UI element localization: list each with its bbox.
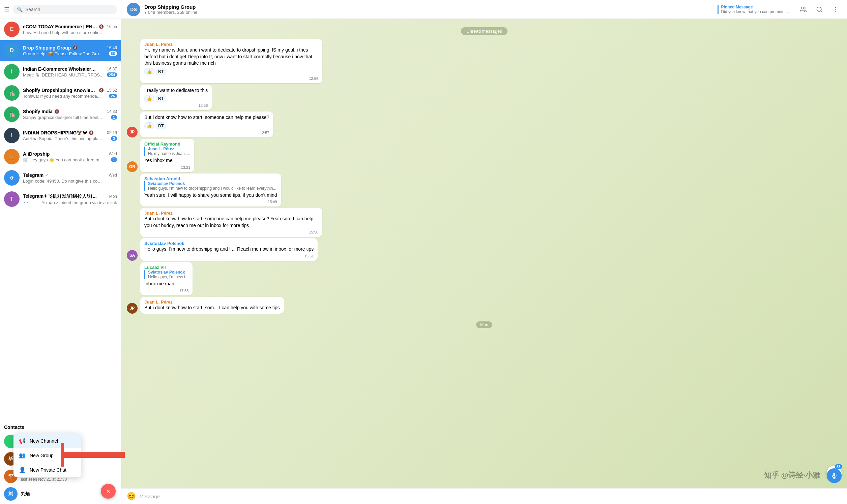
fab-close-button[interactable]: × [101, 484, 116, 499]
contacts-title: Contacts [4, 425, 117, 430]
chat-info-shopify-drop: Shopify Dropshipping Knowledge ...🔇15:52… [23, 88, 117, 99]
context-menu-item-new-group[interactable]: 👥New Group [14, 448, 81, 463]
chat-time-alidropship: Wed [109, 151, 117, 156]
chat-header-members: 7 048 members, 258 online [144, 10, 713, 15]
message-time-msg2: 12:56 [144, 104, 208, 107]
chat-item-drop-shipping[interactable]: DDrop Shipping Group🔇16:46Group Help: 📦 … [0, 40, 121, 61]
chat-name-ecom-today: eCOM TODAY Ecommerce | ENG C... [23, 24, 97, 29]
chat-item-shopify-drop[interactable]: 🛍️Shopify Dropshipping Knowledge ...🔇15:… [0, 83, 121, 104]
pinned-message[interactable]: Pinned Message Did you know that you can… [718, 5, 789, 14]
unread-badge-indian-ecom: 254 [107, 72, 117, 77]
chat-header-info: Drop Shipping Group 7 048 members, 258 o… [144, 4, 713, 15]
reply-text-msg8: Hello guys, I'm new t... [148, 274, 189, 279]
avatar-telegram: ✈ [4, 170, 20, 186]
svg-point-2 [801, 7, 803, 9]
more-options-icon[interactable]: ⋮ [829, 3, 842, 16]
chat-time-telegram: Wed [109, 173, 117, 178]
chat-name-alidropship: AliDropship [23, 151, 50, 157]
context-menu-item-new-channel[interactable]: 📢New Channel [14, 434, 81, 448]
search-messages-icon[interactable] [813, 3, 826, 16]
contact-item-contact-liuhao[interactable]: 刘刘焰 [4, 485, 117, 503]
chat-item-shopify-india[interactable]: 🛍️Shopify India🔇14:33Sanjay graphics des… [0, 104, 121, 125]
reaction-msg3[interactable]: 👍 [144, 122, 154, 129]
message-time-msg7: 15:51 [144, 254, 314, 258]
chat-item-telegram-fly[interactable]: TTelegram✈飞机群发/群组拉人/群...Mon✓✓Yixuan z jo… [0, 189, 121, 210]
chat-name-drop-shipping: Drop Shipping Group [23, 45, 71, 51]
chat-item-ecom-today[interactable]: EeCOM TODAY Ecommerce | ENG C...🔇16:55Lu… [0, 19, 121, 40]
avatar-alidropship: 🛒 [4, 149, 20, 164]
message-time-msg8: 17:55 [144, 289, 189, 293]
avatar-ecom-today: E [4, 21, 20, 37]
chat-item-indian-dropshipping[interactable]: IINDIAN DROPSHIPPING🦅🐿🔇02:19Adelina Soph… [0, 125, 121, 146]
message-group-msg8: Lucãaz VIISviatoslav PolenokHello guys, … [127, 262, 842, 295]
chat-time-telegram-fly: Mon [109, 194, 117, 199]
message-text-msg5: Yeah sure, I will happy to share you som… [144, 192, 277, 199]
message-text-msg2: I really want to dedicate to this [144, 87, 208, 94]
reply-name-msg5: Sviatoslav Polenok [148, 181, 277, 186]
message-time-msg3: 12:57 [144, 131, 269, 135]
chat-item-alidropship[interactable]: 🛒AliDropshipWed🛒 Hey guys 👋 You can book… [0, 146, 121, 167]
message-text-msg3: But i dont know how to start, someone ca… [144, 114, 269, 121]
chat-preview-alidropship: 🛒 Hey guys 👋 You can book a free m... [23, 157, 103, 162]
message-group-msg4: OROfficial RaymondJuan L. PérezHi, my na… [127, 139, 842, 172]
context-icon-new-channel: 📢 [19, 438, 25, 444]
chat-item-telegram[interactable]: ✈Telegram✓WedLogin code: 49450. Do not g… [0, 167, 121, 189]
avatar-spacer-msg1 [127, 39, 138, 83]
hamburger-icon[interactable]: ☰ [4, 6, 10, 13]
message-avatar-msg4: OR [127, 161, 138, 172]
mute-icon-indian-dropshipping: 🔇 [89, 130, 94, 135]
chat-name-shopify-india: Shopify India [23, 109, 53, 114]
avatar-drop-shipping: D [4, 43, 20, 58]
chat-name-telegram-fly: Telegram✈飞机群发/群组拉人/群... [23, 193, 97, 199]
avatar-spacer-msg6 [127, 208, 138, 237]
chat-item-indian-ecom[interactable]: IIndian E-Commerce Wholsaler B2...16:37M… [0, 61, 121, 83]
reaction-msg1[interactable]: 👍 [144, 68, 154, 75]
message-bubble-msg8: Lucãaz VIISviatoslav PolenokHello guys, … [140, 262, 192, 295]
message-reply-msg5: Sviatoslav PolenokHello guys, I'm new to… [144, 181, 277, 191]
chat-info-indian-dropshipping: INDIAN DROPSHIPPING🦅🐿🔇02:19Adelina Sophi… [23, 130, 117, 141]
message-sender-msg1: Juan L. Pérez [144, 42, 318, 47]
chat-name-telegram: Telegram [23, 173, 44, 178]
reply-text-msg5: Hello guys, I'm new to dropshipping and … [148, 186, 277, 191]
sidebar: ☰ 🔍 EeCOM TODAY Ecommerce | ENG C...🔇16:… [0, 0, 121, 504]
ellipsis-icon: ⋮ [832, 6, 839, 13]
reaction-msg1[interactable]: BT [156, 68, 166, 75]
svg-point-3 [817, 7, 822, 11]
message-time-msg4: 13:21 [144, 165, 190, 169]
reaction-msg2[interactable]: BT [156, 95, 166, 102]
message-bubble-msg6: Juan L. PérezBut i dont know how to star… [140, 208, 322, 237]
chat-info-shopify-india: Shopify India🔇14:33Sanjay graphics desig… [23, 109, 117, 120]
context-label-new-group: New Group [30, 453, 54, 458]
chat-preview-telegram: Login code: 49450. Do not give this code… [23, 179, 104, 184]
message-group-msg9: JPJuan L. PérezBut i dont know how to st… [127, 297, 842, 314]
chat-preview-ecom-today: Luis: Hi I need help with one store onli… [23, 30, 104, 35]
chat-preview-indian-ecom: Meet: 🦌 DEER HEAD MULTIPURPOS... [23, 72, 104, 77]
chat-name-indian-dropshipping: INDIAN DROPSHIPPING🦅🐿 [23, 130, 87, 136]
members-svg-icon [800, 6, 807, 13]
avatar-shopify-drop: 🛍️ [4, 85, 20, 101]
avatar-telegram-fly: T [4, 191, 20, 207]
message-group-msg3: JPBut i dont know how to start, someone … [127, 111, 842, 138]
message-input[interactable] [139, 493, 842, 499]
chat-preview-indian-dropshipping: Adelina Sophia: There's this mining plat… [23, 136, 104, 141]
emoji-button[interactable]: 😊 [127, 492, 136, 501]
avatar-shopify-india: 🛍️ [4, 106, 20, 122]
svg-line-4 [821, 11, 822, 12]
message-text-msg1: Hi, my name is Juan, and i want to dedic… [144, 47, 318, 67]
message-sender-msg7: Sviatoslav Polenok [144, 241, 314, 246]
avatar-indian-ecom: I [4, 64, 20, 79]
member-list-icon[interactable] [797, 3, 809, 16]
reaction-msg3[interactable]: BT [156, 122, 166, 129]
message-bubble-msg5: Sebastian ArnoldSviatoslav PolenokHello … [140, 174, 281, 207]
reaction-msg2[interactable]: 👍 [144, 95, 154, 102]
search-input[interactable] [25, 7, 113, 12]
mic-fab-button[interactable] [827, 468, 842, 483]
message-group-msg1: Juan L. PérezHi, my name is Juan, and i … [127, 39, 842, 83]
contact-status-contact-lixiao: last seen Nov 21 at 21:30 [21, 477, 117, 482]
search-bar[interactable]: 🔍 [13, 5, 117, 14]
message-avatar-msg3: JP [127, 127, 138, 138]
chat-header-avatar: DS [127, 3, 140, 16]
message-text-msg7: Hello guys, I'm new to dropshipping and … [144, 246, 314, 253]
context-menu-item-new-private-chat[interactable]: 👤New Private Chat [14, 463, 81, 477]
chat-info-telegram-fly: Telegram✈飞机群发/群组拉人/群...Mon✓✓Yixuan z joi… [23, 193, 117, 205]
